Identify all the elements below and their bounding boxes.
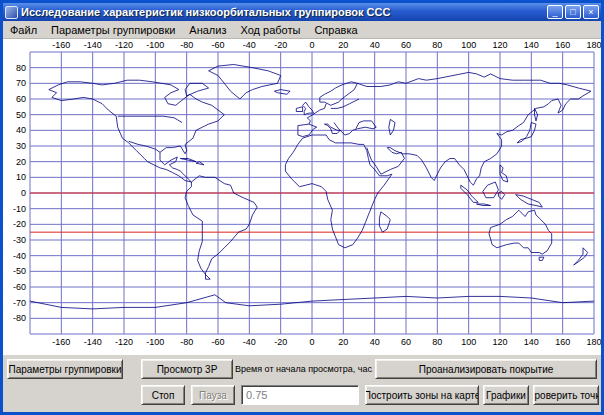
menu-item-group-params[interactable]: Параметры группировки (44, 23, 182, 37)
latitude-tick-left: 0 (21, 188, 26, 198)
longitude-tick-bottom: 60 (401, 337, 411, 347)
latitude-tick-left: -10 (13, 204, 26, 214)
latitude-tick-left: 50 (16, 110, 26, 120)
app-window: Исследование характеристик низкоорбиталь… (0, 0, 604, 415)
latitude-tick-left: 20 (16, 157, 26, 167)
longitude-tick-top: 180 (586, 40, 601, 50)
longitude-tick-top: -100 (146, 40, 164, 50)
longitude-tick-bottom: 100 (461, 337, 476, 347)
time-input[interactable] (241, 385, 359, 405)
coastline (516, 195, 543, 208)
coastline (209, 65, 281, 100)
latitude-tick-left: -80 (13, 313, 26, 323)
longitude-tick-bottom: 120 (492, 337, 507, 347)
longitude-tick-bottom: -80 (180, 337, 193, 347)
latitude-tick-left: -40 (13, 251, 26, 261)
coastline (517, 123, 536, 143)
coastline (296, 107, 302, 112)
coastline (379, 212, 390, 232)
analyze-coverage-button[interactable]: Проанализировать покрытие (375, 359, 597, 379)
coastline (49, 80, 225, 182)
longitude-tick-bottom: -140 (84, 337, 102, 347)
longitude-tick-top: -80 (180, 40, 193, 50)
longitude-tick-bottom: 140 (524, 337, 539, 347)
longitude-tick-top: -160 (52, 40, 70, 50)
menu-item-file[interactable]: Файл (3, 23, 44, 37)
window-controls: _ □ × (547, 5, 599, 19)
latitude-tick-left: 10 (16, 172, 26, 182)
close-button[interactable]: × (583, 5, 599, 19)
window-title: Исследование характеристик низкоорбиталь… (21, 6, 544, 18)
coastline (574, 248, 588, 265)
coastline (185, 176, 257, 279)
coastline (389, 119, 395, 135)
longitude-tick-top: -20 (274, 40, 287, 50)
graphs-button[interactable]: Графики (483, 385, 529, 405)
longitude-tick-top: 160 (555, 40, 570, 50)
latitude-tick-left: -50 (13, 266, 26, 276)
longitude-tick-top: 100 (461, 40, 476, 50)
menu-item-analysis[interactable]: Анализ (182, 23, 233, 37)
longitude-tick-top: 60 (401, 40, 411, 50)
coastline (274, 90, 290, 95)
menu-item-help[interactable]: Справка (307, 23, 364, 37)
menubar: Файл Параметры группировки Анализ Ход ра… (3, 21, 601, 39)
longitude-tick-top: 40 (370, 40, 380, 50)
menu-item-progress[interactable]: Ход работы (233, 23, 307, 37)
longitude-tick-bottom: 160 (555, 337, 570, 347)
coastline (325, 124, 341, 133)
coastline (539, 257, 544, 260)
coastline (387, 91, 591, 185)
coastline (461, 185, 478, 202)
maximize-button[interactable]: □ (565, 5, 581, 19)
app-icon (5, 6, 18, 19)
coastline (334, 121, 376, 135)
coastline (185, 83, 209, 96)
control-panel: Параметры группировки Просмотр 3Р Время … (3, 354, 601, 412)
latitude-tick-left: -70 (13, 298, 26, 308)
time-from-start-label: Время от начала просмотра, час. (235, 364, 373, 374)
view-3d-button[interactable]: Просмотр 3Р (141, 359, 233, 379)
coastline (477, 204, 491, 206)
coastline (357, 72, 591, 91)
longitude-tick-top: 80 (432, 40, 442, 50)
longitude-tick-top: 120 (492, 40, 507, 50)
latitude-tick-left: -30 (13, 235, 26, 245)
longitude-tick-bottom: -160 (52, 337, 70, 347)
longitude-tick-bottom: 180 (586, 337, 601, 347)
latitude-tick-left: -20 (13, 219, 26, 229)
latitude-tick-left: 60 (16, 94, 26, 104)
stop-button[interactable]: Стоп (141, 385, 185, 405)
titlebar[interactable]: Исследование характеристик низкоорбиталь… (3, 3, 601, 21)
longitude-tick-bottom: -100 (146, 337, 164, 347)
map-panel: -160-160-140-140-120-120-100-100-80-80-6… (3, 39, 601, 354)
coastline (320, 82, 358, 106)
latitude-tick-left: 30 (16, 141, 26, 151)
latitude-tick-left: -60 (13, 282, 26, 292)
longitude-tick-bottom: 20 (338, 337, 348, 347)
group-params-button[interactable]: Параметры группировки (7, 359, 123, 379)
build-zones-button[interactable]: Построить зоны на карте (365, 385, 479, 405)
coastline (367, 148, 405, 175)
pause-button[interactable]: Пауза (191, 385, 235, 405)
coastline (285, 135, 392, 248)
longitude-tick-bottom: -40 (243, 337, 256, 347)
world-map[interactable]: -160-160-140-140-120-120-100-100-80-80-6… (3, 39, 601, 354)
coastline (118, 116, 182, 122)
longitude-tick-top: -60 (211, 40, 224, 50)
longitude-tick-bottom: -60 (211, 337, 224, 347)
longitude-tick-top: 20 (338, 40, 348, 50)
longitude-tick-bottom: -20 (274, 337, 287, 347)
longitude-tick-bottom: 40 (370, 337, 380, 347)
minimize-button[interactable]: _ (547, 5, 563, 19)
coastline (500, 165, 508, 182)
coastline (483, 182, 499, 198)
longitude-tick-top: 0 (309, 40, 314, 50)
latitude-tick-left: 80 (16, 63, 26, 73)
longitude-tick-top: -40 (243, 40, 256, 50)
longitude-tick-top: -120 (115, 40, 133, 50)
longitude-tick-bottom: 80 (432, 337, 442, 347)
latitude-tick-left: 70 (16, 78, 26, 88)
check-point-button[interactable]: Проверить точку (533, 385, 599, 405)
latitude-tick-left: 40 (16, 125, 26, 135)
